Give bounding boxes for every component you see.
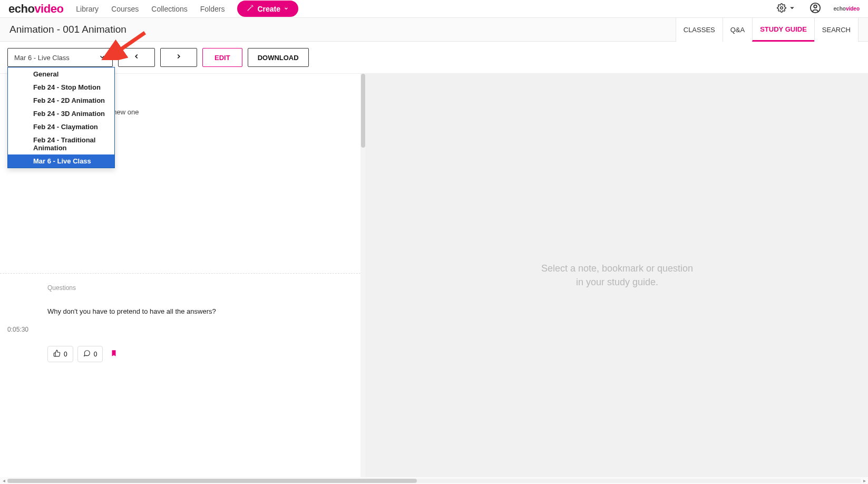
caret-down-icon — [787, 3, 797, 15]
question-timestamp: 0:05:30 — [0, 315, 42, 333]
section-tabs: CLASSES Q&A STUDY GUIDE SEARCH — [676, 17, 859, 42]
download-button[interactable]: DOWNLOAD — [248, 48, 309, 67]
chevron-right-icon — [175, 53, 182, 62]
chevron-down-icon — [284, 6, 289, 12]
small-brand-logo: echovideo — [834, 6, 860, 12]
edit-button[interactable]: EDIT — [202, 48, 242, 67]
tab-search[interactable]: SEARCH — [814, 17, 859, 42]
question-actions: 0 0 — [0, 337, 366, 362]
dropdown-item-claymation[interactable]: Feb 24 - Claymation — [8, 120, 114, 133]
nav-collections[interactable]: Collections — [151, 5, 187, 13]
like-button[interactable]: 0 — [47, 346, 73, 362]
settings-menu[interactable] — [777, 3, 797, 15]
bookmark-button[interactable] — [107, 350, 121, 359]
comment-count: 0 — [94, 351, 97, 358]
page-title: Animation - 001 Animation — [9, 24, 126, 35]
gear-icon — [777, 3, 786, 15]
empty-state-message: Select a note, bookmark or question in y… — [541, 262, 693, 288]
create-label: Create — [257, 5, 280, 13]
chevron-left-icon — [133, 53, 140, 62]
create-button[interactable]: Create — [237, 1, 298, 17]
toolbar: Mar 6 - Live Class General Feb 24 - Stop… — [0, 42, 868, 74]
dropdown-item-general[interactable]: General — [8, 67, 114, 81]
dropdown-item-stop-motion[interactable]: Feb 24 - Stop Motion — [8, 81, 114, 94]
questions-header: Questions — [0, 274, 366, 297]
vertical-scrollbar[interactable] — [360, 74, 366, 477]
thumbs-up-icon — [53, 350, 61, 359]
horizontal-scrollbar[interactable]: ◂ ▸ — [0, 477, 868, 484]
profile-button[interactable] — [810, 2, 821, 16]
horizontal-scroll-track[interactable] — [7, 479, 861, 483]
brand-part2: video — [34, 2, 63, 15]
next-button[interactable] — [160, 48, 197, 67]
horizontal-scroll-thumb[interactable] — [7, 479, 417, 483]
dropdown-item-2d-animation[interactable]: Feb 24 - 2D Animation — [8, 94, 114, 107]
content-area: typing the Note and starts a new one Que… — [0, 74, 868, 477]
question-text: Why don't you have to pretend to have al… — [0, 297, 366, 315]
dropdown-selected-label: Mar 6 - Live Class — [14, 54, 70, 62]
scroll-left-arrow[interactable]: ◂ — [0, 477, 7, 484]
vertical-scroll-thumb[interactable] — [361, 74, 365, 148]
class-select-dropdown-list: General Feb 24 - Stop Motion Feb 24 - 2D… — [7, 67, 115, 168]
like-count: 0 — [64, 351, 67, 358]
prev-button[interactable] — [118, 48, 155, 67]
dropdown-item-live-class[interactable]: Mar 6 - Live Class — [8, 154, 114, 168]
class-select-dropdown[interactable]: Mar 6 - Live Class — [7, 48, 113, 67]
dropdown-item-traditional[interactable]: Feb 24 - Traditional Animation — [8, 133, 114, 154]
comment-button[interactable]: 0 — [77, 346, 103, 362]
tab-classes[interactable]: CLASSES — [676, 17, 723, 42]
tab-qa[interactable]: Q&A — [723, 17, 753, 42]
top-navigation: echovideo Library Courses Collections Fo… — [0, 0, 868, 17]
nav-folders[interactable]: Folders — [200, 5, 225, 13]
dropdown-item-3d-animation[interactable]: Feb 24 - 3D Animation — [8, 107, 114, 120]
nav-library[interactable]: Library — [76, 5, 99, 13]
scroll-right-arrow[interactable]: ▸ — [861, 477, 868, 484]
profile-icon — [810, 6, 821, 15]
brand-part1: echo — [8, 2, 34, 15]
tab-study-guide[interactable]: STUDY GUIDE — [752, 17, 815, 42]
svg-point-2 — [814, 5, 817, 8]
detail-pane: Select a note, bookmark or question in y… — [366, 74, 868, 477]
sub-header: Animation - 001 Animation CLASSES Q&A ST… — [0, 17, 868, 42]
brand-logo[interactable]: echovideo — [8, 2, 63, 16]
chevron-down-icon — [99, 53, 106, 62]
svg-point-0 — [780, 6, 783, 9]
wand-icon — [247, 4, 254, 13]
nav-courses[interactable]: Courses — [111, 5, 139, 13]
comment-icon — [83, 350, 91, 359]
bookmark-icon — [110, 350, 118, 359]
